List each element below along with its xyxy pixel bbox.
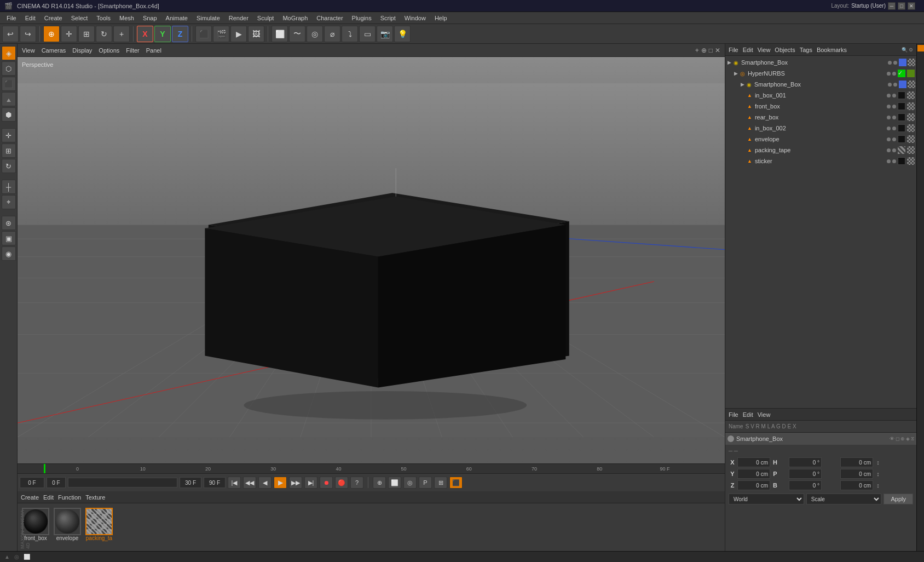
- vp-icon3[interactable]: □: [709, 47, 713, 54]
- object-mode-btn[interactable]: ⬡: [2, 61, 16, 76]
- apply-button[interactable]: Apply: [883, 494, 913, 504]
- rp-edit[interactable]: Edit: [743, 47, 753, 53]
- render-region-btn[interactable]: ⬛: [195, 26, 212, 42]
- rp-search-icon[interactable]: 🔍: [902, 47, 908, 53]
- viewport-3d[interactable]: Perspective Y X Z: [18, 57, 725, 463]
- render-anim-btn[interactable]: ▶: [230, 26, 247, 42]
- step-back-btn[interactable]: ◀◀: [243, 477, 256, 489]
- scale-btn[interactable]: ⊞: [78, 26, 95, 42]
- menu-create[interactable]: Create: [40, 14, 67, 22]
- vp-cameras-menu[interactable]: Cameras: [42, 47, 66, 54]
- add-obj-btn[interactable]: +: [113, 26, 130, 42]
- start-frame-input[interactable]: [47, 477, 66, 488]
- timeline-ruler[interactable]: 0 10 20 30 40 50 60 70 80 90 F: [18, 464, 725, 474]
- play-back-btn[interactable]: ◀: [258, 477, 272, 489]
- mat-function[interactable]: Function: [58, 494, 81, 501]
- menu-file[interactable]: File: [2, 14, 21, 22]
- menu-mesh[interactable]: Mesh: [115, 14, 138, 22]
- tl-btn2[interactable]: ⬜: [388, 477, 401, 489]
- vp-icon4[interactable]: ✕: [715, 47, 720, 54]
- render-picture-btn[interactable]: 🖼: [248, 26, 264, 42]
- z-size-input[interactable]: [840, 480, 873, 490]
- x-axis-btn[interactable]: X: [137, 26, 153, 42]
- menu-sculpt[interactable]: Sculpt: [253, 14, 279, 22]
- paint-mode-btn[interactable]: ⟁: [2, 92, 16, 106]
- coord-left-btn[interactable]: ┼: [2, 180, 16, 194]
- maximize-btn[interactable]: □: [898, 2, 905, 10]
- tl-btn5[interactable]: ⊞: [434, 477, 447, 489]
- tree-item-frontbox[interactable]: ▲ front_box: [725, 101, 916, 112]
- menu-tools[interactable]: Tools: [92, 14, 115, 22]
- redo-btn[interactable]: ↪: [20, 26, 36, 42]
- transform-type-select[interactable]: Scale Move Rotate: [806, 494, 882, 504]
- cube-btn[interactable]: ⬜: [272, 26, 288, 42]
- attr-i4[interactable]: ◈: [906, 436, 910, 442]
- tl-btn4[interactable]: P: [419, 477, 432, 489]
- rp-view[interactable]: View: [758, 47, 771, 53]
- spline-btn[interactable]: 〜: [289, 26, 305, 42]
- menu-snap[interactable]: Snap: [138, 14, 161, 22]
- tree-item-rearbox[interactable]: ▲ rear_box: [725, 112, 916, 123]
- attr-file[interactable]: File: [729, 411, 738, 418]
- bend-btn[interactable]: ⤵: [342, 26, 358, 42]
- minimize-btn[interactable]: ─: [888, 2, 896, 10]
- attr-i5[interactable]: ⧖: [911, 436, 914, 442]
- vp-options-menu[interactable]: Options: [99, 47, 119, 54]
- goto-start-btn[interactable]: |◀: [228, 477, 241, 489]
- move-btn[interactable]: ✛: [61, 26, 77, 42]
- render-frame-btn[interactable]: 🎬: [213, 26, 229, 42]
- tree-item-envelope[interactable]: ▲ envelope: [725, 134, 916, 145]
- z-axis-btn[interactable]: Z: [172, 26, 188, 42]
- menu-simulate[interactable]: Simulate: [192, 14, 224, 22]
- y-size-input[interactable]: [840, 469, 873, 479]
- vp-icon2[interactable]: ⊕: [701, 47, 707, 54]
- vp-view-menu[interactable]: View: [22, 47, 35, 54]
- tree-item-packingtape[interactable]: ▲ packing_tape: [725, 145, 916, 156]
- light-btn[interactable]: 💡: [394, 26, 411, 42]
- attr-selected-row[interactable]: Smartphone_Box 👁 ◻ ⊕ ◈ ⧖: [725, 433, 916, 445]
- mat-create[interactable]: Create: [21, 494, 39, 501]
- menu-window[interactable]: Window: [400, 14, 430, 22]
- paint-left-btn[interactable]: ▣: [2, 231, 16, 245]
- play-btn[interactable]: ▶: [274, 477, 287, 489]
- key-help-btn[interactable]: ?: [350, 477, 363, 489]
- mat-texture[interactable]: Texture: [85, 494, 105, 501]
- step-fwd-btn[interactable]: ▶▶: [289, 477, 302, 489]
- deformer-btn[interactable]: ⌀: [324, 26, 340, 42]
- tl-btn1[interactable]: ⊕: [373, 477, 386, 489]
- menu-mograph[interactable]: MoGraph: [278, 14, 312, 22]
- snap-left-btn[interactable]: ⌖: [2, 195, 16, 209]
- tree-item-sub[interactable]: ▶ ◉ Smartphone_Box: [725, 79, 916, 90]
- autokey-btn[interactable]: 🔴: [335, 477, 348, 489]
- close-btn[interactable]: ✕: [908, 2, 915, 10]
- tl-btn3[interactable]: ◎: [403, 477, 417, 489]
- attr-i2[interactable]: ◻: [896, 436, 899, 442]
- rp-tags[interactable]: Tags: [800, 47, 812, 53]
- current-frame-input[interactable]: [20, 477, 44, 488]
- vp-icon1[interactable]: +: [695, 47, 699, 54]
- tree-item-sticker[interactable]: ▲ sticker: [725, 156, 916, 167]
- menu-character[interactable]: Character: [312, 14, 347, 22]
- vp-panel-menu[interactable]: Panel: [146, 47, 161, 54]
- model-mode-btn[interactable]: ◈: [2, 46, 16, 60]
- rp-bookmarks[interactable]: Bookmarks: [817, 47, 847, 53]
- b-rot-input[interactable]: [789, 480, 822, 490]
- record-btn[interactable]: ⏺: [320, 477, 333, 489]
- sculpt-left-btn[interactable]: ⊛: [2, 216, 16, 230]
- select-tool-btn[interactable]: ⊕: [43, 26, 60, 42]
- tree-item-root[interactable]: ▶ ◉ Smartphone_Box: [725, 57, 916, 68]
- fps-input[interactable]: [180, 477, 201, 488]
- menu-script[interactable]: Script: [376, 14, 400, 22]
- x-pos-input[interactable]: [737, 457, 770, 467]
- floor-btn[interactable]: ▭: [359, 26, 376, 42]
- undo-btn[interactable]: ↩: [2, 26, 19, 42]
- attr-view[interactable]: View: [758, 411, 771, 418]
- menu-select[interactable]: Select: [67, 14, 93, 22]
- morph-left-btn[interactable]: ◉: [2, 246, 16, 261]
- menu-animate[interactable]: Animate: [161, 14, 192, 22]
- rs-icon-orange[interactable]: [917, 45, 924, 51]
- attr-edit[interactable]: Edit: [743, 411, 753, 418]
- y-axis-btn[interactable]: Y: [154, 26, 171, 42]
- h-rot-input[interactable]: [789, 457, 822, 467]
- rp-objects[interactable]: Objects: [775, 47, 795, 53]
